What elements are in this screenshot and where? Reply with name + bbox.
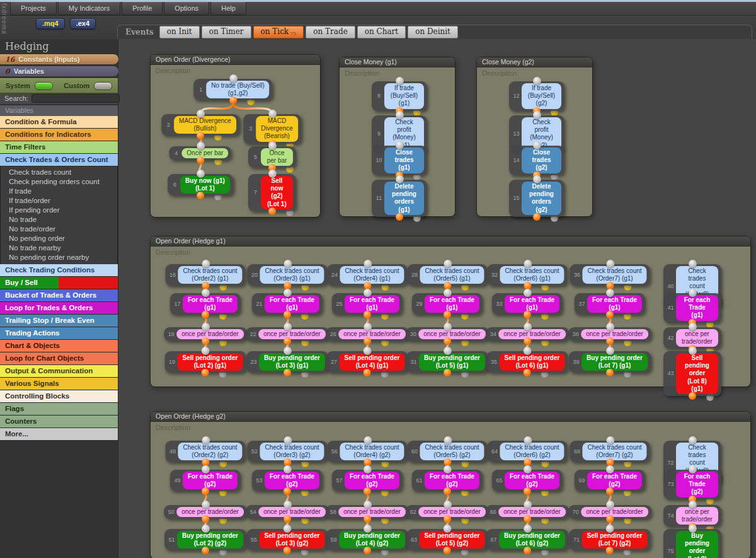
input-connector-ball[interactable]: [533, 175, 541, 183]
sidebar-category-conditions-for-indicators[interactable]: Conditions for Indicators: [0, 129, 118, 141]
node-box[interactable]: 73For each Trade (g2): [663, 470, 721, 499]
sidebar-category-trading-actions[interactable]: Trading Actions: [0, 327, 118, 340]
node-box[interactable]: 14Close trades (g2): [509, 146, 564, 175]
node-pill[interactable]: If trade (Buy/Sell) (g2): [522, 83, 561, 109]
node-pill[interactable]: once per trade/order: [176, 507, 244, 517]
input-connector-ball[interactable]: [444, 501, 452, 509]
node-pill[interactable]: For each Trade (g1): [587, 295, 642, 313]
input-connector-ball[interactable]: [524, 323, 532, 331]
node-pill[interactable]: once per trade/order: [581, 507, 648, 517]
node-pill[interactable]: Once per bar: [261, 148, 293, 166]
output-connector-ball[interactable]: [524, 515, 531, 523]
node-pill[interactable]: For each Trade (g1): [676, 295, 718, 321]
sidebar-category-more[interactable]: More...: [0, 428, 118, 441]
node-pill[interactable]: For each Trade (g2): [505, 472, 559, 489]
input-connector-ball[interactable]: [524, 525, 532, 533]
input-connector-ball[interactable]: [202, 465, 210, 474]
node-29[interactable]: 29For each Trade (g1): [412, 293, 483, 315]
node-pill[interactable]: once per trade/order: [176, 329, 244, 339]
input-connector-ball[interactable]: [689, 436, 697, 445]
node-pill[interactable]: MACD Divergence (Bullish): [174, 116, 236, 134]
input-connector-ball[interactable]: [284, 436, 292, 445]
input-connector-ball[interactable]: [268, 142, 277, 150]
node-pill[interactable]: Buy pending order (Lot 3) (g1): [259, 353, 325, 371]
node-65[interactable]: 65For each Trade (g2): [492, 470, 563, 491]
input-connector-ball[interactable]: [524, 436, 532, 445]
node-49[interactable]: 49For each Trade (g2): [170, 470, 241, 491]
node-18[interactable]: 18once per trade/order: [164, 327, 247, 341]
input-connector-ball[interactable]: [689, 323, 697, 331]
node-pill[interactable]: Sell pending order (Lot 3) (g2): [260, 531, 325, 549]
system-toggle[interactable]: [35, 82, 53, 90]
export-ex4-button[interactable]: .ex4: [70, 18, 96, 29]
node-74[interactable]: 74once per trade/order: [663, 505, 721, 526]
node-16[interactable]: 16Check trades count (Order2) (g1): [165, 264, 245, 286]
node-pill[interactable]: Check trades count (Order2) (g2): [178, 443, 242, 460]
input-connector-ball[interactable]: [364, 289, 372, 297]
node-54[interactable]: 54once per trade/order: [246, 505, 329, 519]
node-pill[interactable]: Buy pending order (Lot 5) (g1): [419, 353, 485, 371]
node-pill[interactable]: Delete pending orders (g1): [384, 182, 424, 215]
group-close-money-g2[interactable]: Close Money (g2)Description12If trade (B…: [476, 57, 593, 217]
node-8[interactable]: 8If trade (Buy/Sell) (g1): [372, 81, 427, 111]
node-19[interactable]: 19Sell pending order (Lot 2) (g1): [165, 351, 246, 373]
sidebar-category-loop-for-trades-orders[interactable]: Loop for Trades & Orders: [0, 302, 118, 315]
node-7[interactable]: 7Sell now (g2) (Lot 1): [248, 174, 296, 211]
input-connector-ball[interactable]: [202, 289, 210, 297]
node-box[interactable]: 11Delete pending orders (g1): [372, 180, 427, 217]
block-item-no-trade[interactable]: No trade: [1, 215, 117, 224]
input-connector-ball[interactable]: [268, 170, 277, 178]
node-pill[interactable]: Check trades count (Order2) (g1): [178, 266, 242, 284]
node-68[interactable]: 68Check trades count (Order7) (g2): [570, 441, 650, 462]
input-connector-ball[interactable]: [689, 260, 697, 268]
node-pill[interactable]: Check trades count (Order3) (g2): [260, 443, 324, 460]
node-5[interactable]: 5Once per bar: [248, 146, 296, 168]
input-connector-ball[interactable]: [202, 501, 210, 509]
node-28[interactable]: 28Check trades count (Order5) (g1): [407, 264, 487, 286]
node-25[interactable]: 25For each Trade (g1): [332, 293, 403, 315]
custom-toggle[interactable]: [94, 82, 112, 90]
input-connector-ball[interactable]: [396, 111, 404, 119]
node-pill[interactable]: Check trades count (Order3) (g1): [260, 266, 324, 284]
sidebar-category-time-filters[interactable]: Time Filters: [0, 141, 118, 154]
node-pill[interactable]: No trade (Buy/Sell) (g1,g2): [206, 81, 269, 98]
node-box[interactable]: 75Buy pending order (Lot 8) (g2): [663, 529, 721, 558]
node-37[interactable]: 37For each Trade (g1): [575, 293, 645, 315]
node-71[interactable]: 71Sell pending order (Lot 7) (g2): [570, 529, 651, 550]
node-31[interactable]: 31Buy pending order (Lot 5) (g1): [406, 351, 488, 373]
tab-on-tick[interactable]: on Tick75: [253, 26, 304, 38]
output-connector-ball[interactable]: [606, 515, 614, 523]
node-pill[interactable]: For each Trade (g1): [265, 295, 319, 313]
output-connector-ball[interactable]: [202, 337, 209, 345]
block-item-no-trade-order[interactable]: No trade/order: [1, 224, 117, 234]
node-pill[interactable]: once per trade/order: [498, 507, 566, 517]
node-pill[interactable]: Delete pending orders (g2): [522, 182, 561, 215]
sidebar-category-buy-sell[interactable]: Buy / Sell: [0, 277, 118, 289]
node-6[interactable]: 6Buy now (g1) (Lot 1): [168, 174, 233, 195]
node-30[interactable]: 30once per trade/order: [406, 327, 489, 341]
node-pill[interactable]: once per trade/order: [258, 329, 326, 339]
output-connector-ball[interactable]: [202, 515, 209, 523]
input-connector-ball[interactable]: [364, 436, 372, 445]
node-69[interactable]: 69For each Trade (g2): [575, 470, 645, 491]
input-connector-ball[interactable]: [444, 465, 452, 474]
input-connector-ball[interactable]: [689, 289, 697, 297]
node-2[interactable]: 2MACD Divergence (Bullish): [161, 114, 239, 136]
input-connector-ball[interactable]: [364, 323, 372, 331]
output-connector-ball[interactable]: [284, 337, 291, 345]
input-connector-ball[interactable]: [202, 525, 210, 533]
node-57[interactable]: 57For each Trade (g2): [332, 470, 403, 491]
block-item-check-pending-orders-count[interactable]: Check pending orders count: [1, 177, 117, 187]
block-item-no-trade-nearby[interactable]: No trade nearby: [1, 243, 117, 253]
input-connector-ball[interactable]: [364, 501, 372, 509]
tab-on-timer[interactable]: on Timer: [202, 26, 251, 38]
tab-on-init[interactable]: on Init: [159, 26, 200, 38]
node-pill[interactable]: once per trade/order: [418, 329, 486, 339]
node-42[interactable]: 42once per trade/order: [663, 327, 721, 349]
node-pill[interactable]: Check trades count (Order4) (g1): [340, 266, 404, 284]
node-pill[interactable]: Sell pending order (Lot 6) (g1): [500, 353, 565, 371]
input-connector-ball[interactable]: [689, 347, 697, 355]
node-15[interactable]: 15Delete pending orders (g2): [509, 180, 564, 217]
menu-help[interactable]: Help: [210, 2, 246, 15]
input-connector-ball[interactable]: [284, 260, 292, 268]
